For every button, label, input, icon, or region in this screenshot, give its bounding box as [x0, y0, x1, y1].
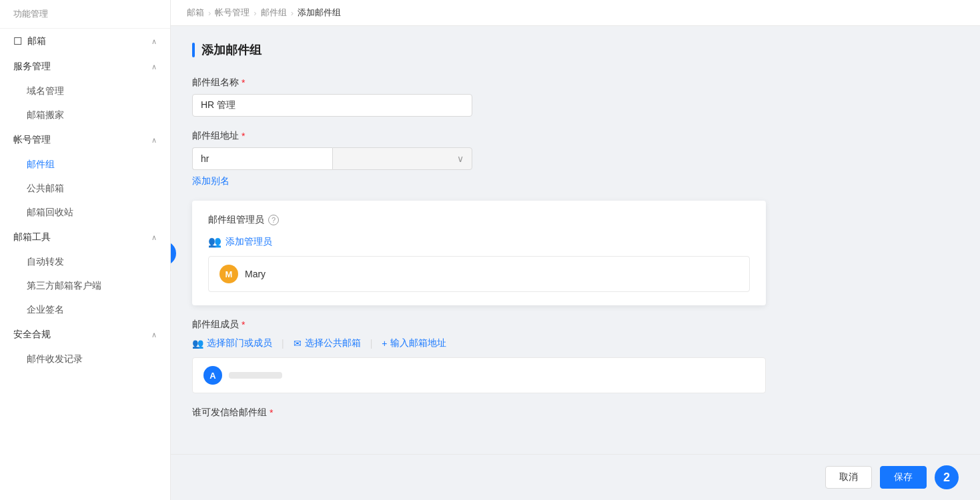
admin-section-wrapper: 1 邮件组管理员 ? 👥 添加管理员 M Mary — [192, 201, 766, 305]
required-star-member: * — [241, 319, 245, 330]
permission-section: 谁可发信给邮件组 * — [192, 407, 766, 419]
people-icon: 👥 — [192, 338, 203, 349]
cancel-button[interactable]: 取消 — [825, 466, 872, 489]
breadcrumb-mailbox[interactable]: 邮箱 — [187, 7, 204, 19]
sidebar-item-mailbox[interactable]: ☐ 邮箱 ∧ — [0, 29, 170, 54]
breadcrumb-account[interactable]: 帐号管理 — [215, 7, 250, 19]
content-area: 添加邮件组 邮件组名称 * 邮件组地址 * — [171, 26, 980, 454]
group-name-input[interactable] — [192, 94, 472, 117]
page-title: 添加邮件组 — [201, 42, 262, 58]
chevron-up-icon: ∧ — [151, 37, 157, 46]
sidebar-account-label: 帐号管理 — [13, 134, 51, 146]
required-star-address: * — [241, 131, 245, 141]
sidebar-item-recyclebin[interactable]: 邮箱回收站 — [0, 201, 170, 225]
form-label-address: 邮件组地址 * — [192, 130, 766, 142]
member-list-box: A — [192, 357, 766, 393]
sidebar-security-label: 安全合规 — [13, 329, 51, 341]
chevron-down-icon: ∨ — [457, 153, 464, 164]
member-section: 邮件组成员 * 👥 选择部门或成员 | ✉ 选择公共邮箱 | + — [192, 319, 766, 393]
breadcrumb-mailgroup[interactable]: 邮件组 — [261, 7, 287, 19]
sidebar-item-migrate[interactable]: 邮箱搬家 — [0, 103, 170, 127]
admin-name: Mary — [245, 269, 266, 279]
member-title: 邮件组成员 * — [192, 319, 766, 331]
member-avatar: A — [203, 366, 222, 385]
address-domain-select[interactable]: ∨ — [332, 147, 473, 170]
required-star-permission: * — [270, 407, 273, 418]
member-name-placeholder — [229, 372, 282, 379]
required-star-name: * — [241, 77, 245, 88]
sidebar-tools-label: 邮箱工具 — [13, 231, 51, 243]
add-people-icon: 👥 — [208, 235, 221, 248]
sidebar-mailbox-label: 邮箱 — [27, 35, 46, 47]
chevron-up-icon-service: ∧ — [151, 63, 157, 71]
breadcrumb-sep-1: › — [208, 8, 211, 18]
admin-card: 邮件组管理员 ? 👥 添加管理员 M Mary — [192, 201, 766, 305]
address-prefix-input[interactable] — [192, 147, 332, 170]
admin-section-title: 邮件组管理员 ? — [208, 214, 750, 226]
form-label-name: 邮件组名称 * — [192, 77, 766, 89]
sidebar: 功能管理 ☐ 邮箱 ∧ 服务管理 ∧ 域名管理 邮箱搬家 帐号管理 ∧ 邮件组 … — [0, 0, 171, 500]
page-title-wrapper: 添加邮件组 — [192, 42, 959, 58]
breadcrumb-sep-2: › — [254, 8, 256, 18]
form-section: 邮件组名称 * 邮件组地址 * ∨ 添加别名 — [192, 77, 766, 419]
chevron-up-icon-tools: ∧ — [151, 233, 157, 242]
address-row: ∨ — [192, 147, 472, 170]
breadcrumb: 邮箱 › 帐号管理 › 邮件组 › 添加邮件组 — [171, 0, 980, 26]
mailbox-icon: ☐ — [13, 35, 22, 47]
sidebar-header: 功能管理 — [0, 0, 170, 29]
chevron-up-icon-account: ∧ — [151, 136, 157, 145]
sidebar-item-publicmailbox[interactable]: 公共邮箱 — [0, 177, 170, 201]
admin-avatar: M — [219, 265, 238, 283]
form-group-name: 邮件组名称 * — [192, 77, 766, 117]
add-alias-button[interactable]: 添加别名 — [192, 175, 229, 187]
help-icon[interactable]: ? — [268, 215, 279, 225]
sidebar-item-domain[interactable]: 域名管理 — [0, 79, 170, 103]
sidebar-item-signature[interactable]: 企业签名 — [0, 298, 170, 322]
admin-user-item: M Mary — [208, 256, 750, 292]
sidebar-item-tools[interactable]: 邮箱工具 ∧ — [0, 225, 170, 250]
sidebar-item-autoforward[interactable]: 自动转发 — [0, 250, 170, 274]
add-admin-button[interactable]: 👥 添加管理员 — [208, 235, 750, 248]
sidebar-item-thirdparty[interactable]: 第三方邮箱客户端 — [0, 274, 170, 298]
sidebar-service-label: 服务管理 — [13, 61, 51, 73]
bottom-bar: 取消 保存 2 — [171, 454, 980, 500]
page-title-bar — [192, 43, 195, 57]
main-content: 邮箱 › 帐号管理 › 邮件组 › 添加邮件组 添加邮件组 邮件组名称 * — [171, 0, 980, 500]
sidebar-item-sendrecord[interactable]: 邮件收发记录 — [0, 347, 170, 371]
save-button[interactable]: 保存 — [880, 466, 927, 489]
plus-icon: + — [382, 338, 387, 349]
mail-icon: ✉ — [294, 338, 302, 349]
breadcrumb-sep-3: › — [291, 8, 294, 18]
input-email-button[interactable]: + 输入邮箱地址 — [372, 337, 456, 349]
member-actions: 👥 选择部门或成员 | ✉ 选择公共邮箱 | + 输入邮箱地址 — [192, 337, 766, 349]
chevron-up-icon-security: ∧ — [151, 331, 157, 339]
select-public-mailbox-button[interactable]: ✉ 选择公共邮箱 — [284, 337, 370, 349]
sidebar-item-security[interactable]: 安全合规 ∧ — [0, 322, 170, 347]
breadcrumb-current: 添加邮件组 — [298, 7, 341, 19]
step-badge-1: 1 — [171, 241, 176, 265]
sidebar-item-account[interactable]: 帐号管理 ∧ — [0, 127, 170, 153]
step-badge-2: 2 — [935, 465, 959, 489]
sidebar-item-mailgroup[interactable]: 邮件组 — [0, 153, 170, 177]
permission-label: 谁可发信给邮件组 * — [192, 407, 766, 419]
select-dept-members-button[interactable]: 👥 选择部门或成员 — [192, 337, 282, 349]
sidebar-item-service[interactable]: 服务管理 ∧ — [0, 54, 170, 79]
form-group-address: 邮件组地址 * ∨ 添加别名 — [192, 130, 766, 187]
